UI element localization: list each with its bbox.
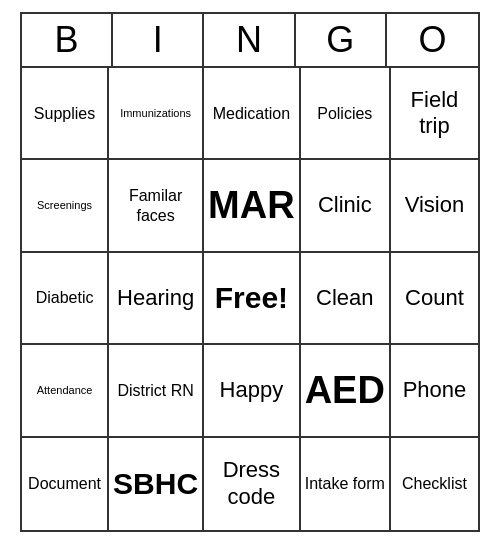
- header-letter-G: G: [296, 14, 387, 66]
- bingo-cell-text-2-1: Hearing: [117, 285, 194, 311]
- bingo-cell-3-2: Happy: [204, 345, 301, 437]
- bingo-cell-2-0: Diabetic: [22, 253, 109, 345]
- header-letter-B: B: [22, 14, 113, 66]
- bingo-cell-2-1: Hearing: [109, 253, 204, 345]
- bingo-cell-4-1: SBHC: [109, 438, 204, 530]
- bingo-cell-text-4-3: Intake form: [305, 474, 385, 493]
- bingo-cell-text-3-3: AED: [305, 368, 385, 414]
- bingo-cell-0-2: Medication: [204, 68, 301, 160]
- bingo-cell-2-4: Count: [391, 253, 478, 345]
- bingo-cell-text-2-0: Diabetic: [36, 288, 94, 307]
- bingo-cell-text-0-3: Policies: [317, 104, 372, 123]
- bingo-cell-text-4-4: Checklist: [402, 474, 467, 493]
- bingo-cell-0-4: Field trip: [391, 68, 478, 160]
- bingo-cell-4-0: Document: [22, 438, 109, 530]
- bingo-cell-1-0: Screenings: [22, 160, 109, 252]
- bingo-cell-text-0-2: Medication: [213, 104, 290, 123]
- bingo-cell-2-3: Clean: [301, 253, 391, 345]
- bingo-card: BINGO SuppliesImmunizationsMedicationPol…: [20, 12, 480, 532]
- bingo-cell-text-0-4: Field trip: [395, 87, 474, 140]
- bingo-cell-3-3: AED: [301, 345, 391, 437]
- bingo-cell-1-3: Clinic: [301, 160, 391, 252]
- bingo-cell-text-2-4: Count: [405, 285, 464, 311]
- bingo-grid: SuppliesImmunizationsMedicationPoliciesF…: [20, 66, 480, 532]
- header-letter-O: O: [387, 14, 478, 66]
- bingo-cell-text-4-1: SBHC: [113, 466, 198, 502]
- bingo-cell-1-1: Familar faces: [109, 160, 204, 252]
- bingo-cell-4-4: Checklist: [391, 438, 478, 530]
- bingo-cell-text-1-2: MAR: [208, 183, 295, 229]
- bingo-cell-3-1: District RN: [109, 345, 204, 437]
- bingo-cell-1-4: Vision: [391, 160, 478, 252]
- bingo-cell-0-0: Supplies: [22, 68, 109, 160]
- bingo-cell-text-3-4: Phone: [403, 377, 467, 403]
- bingo-header: BINGO: [20, 12, 480, 66]
- bingo-cell-text-3-1: District RN: [117, 381, 193, 400]
- bingo-cell-text-0-0: Supplies: [34, 104, 95, 123]
- bingo-cell-text-1-3: Clinic: [318, 192, 372, 218]
- header-letter-N: N: [204, 14, 295, 66]
- bingo-cell-1-2: MAR: [204, 160, 301, 252]
- bingo-cell-text-4-0: Document: [28, 474, 101, 493]
- bingo-cell-text-3-2: Happy: [220, 377, 284, 403]
- bingo-cell-text-3-0: Attendance: [37, 384, 93, 397]
- bingo-cell-0-1: Immunizations: [109, 68, 204, 160]
- bingo-cell-3-4: Phone: [391, 345, 478, 437]
- bingo-cell-text-1-0: Screenings: [37, 199, 92, 212]
- bingo-cell-0-3: Policies: [301, 68, 391, 160]
- header-letter-I: I: [113, 14, 204, 66]
- bingo-cell-2-2: Free!: [204, 253, 301, 345]
- bingo-cell-text-0-1: Immunizations: [120, 107, 191, 120]
- bingo-cell-3-0: Attendance: [22, 345, 109, 437]
- bingo-cell-text-4-2: Dress code: [208, 457, 295, 510]
- bingo-cell-4-2: Dress code: [204, 438, 301, 530]
- bingo-cell-text-2-3: Clean: [316, 285, 373, 311]
- bingo-cell-text-1-1: Familar faces: [113, 186, 198, 224]
- bingo-cell-text-2-2: Free!: [215, 280, 288, 316]
- bingo-cell-text-1-4: Vision: [405, 192, 465, 218]
- bingo-cell-4-3: Intake form: [301, 438, 391, 530]
